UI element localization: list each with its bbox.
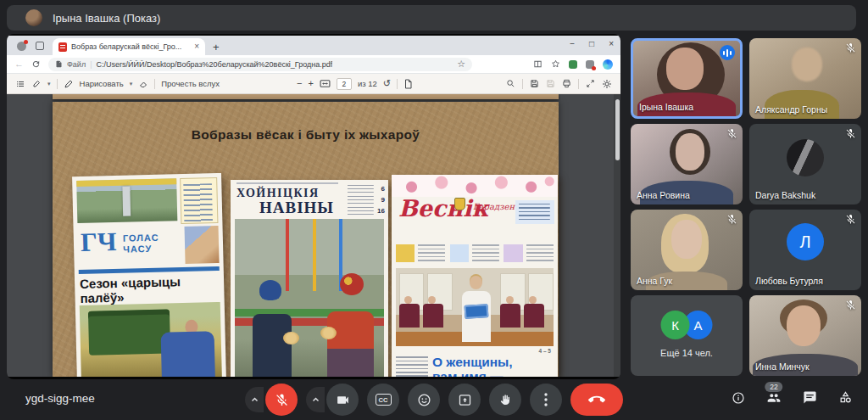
pdf-content-area[interactable]: Вобразы вёсак і быту іх жыхароў ГЧ ГОЛАС… xyxy=(7,94,620,377)
newspaper-golas-chasu: ГЧ ГОЛАС ЧАСУ Сезон «царыцы палёў» xyxy=(72,173,226,377)
scrollbar-thumb[interactable] xyxy=(615,99,620,160)
reactions-button[interactable] xyxy=(408,384,440,416)
divider xyxy=(154,79,155,89)
present-button[interactable] xyxy=(448,384,481,416)
previous-page-edge xyxy=(53,94,559,99)
mic-mute-button[interactable] xyxy=(265,384,298,416)
participant-tile[interactable]: Инна Минчук xyxy=(749,295,861,376)
end-call-button[interactable] xyxy=(570,384,623,416)
address-scheme-label: Файл xyxy=(67,60,86,69)
workspace-icon[interactable] xyxy=(32,38,47,53)
camera-options-chevron[interactable] xyxy=(306,387,325,412)
meet-control-bar: ygd-sigg-mee CC xyxy=(0,379,868,420)
favorites-bar-icon[interactable] xyxy=(551,59,560,69)
copilot-icon[interactable] xyxy=(603,59,613,70)
draw-label[interactable]: Нарисовать xyxy=(80,79,124,88)
search-icon[interactable] xyxy=(506,79,515,88)
address-bar[interactable]: Файл | C:/Users/ЙЙЙ/Desktop/Вобраз%20бел… xyxy=(48,58,472,71)
mic-off-icon xyxy=(845,128,856,139)
refresh-icon[interactable] xyxy=(31,59,41,69)
browser-tab[interactable]: Вобраз беларускай вёскі_Гро... × xyxy=(53,38,205,55)
page-view-icon[interactable] xyxy=(403,79,413,89)
fit-width-icon[interactable] xyxy=(320,79,331,88)
page-total-label: из 12 xyxy=(358,79,377,88)
info-icon xyxy=(732,391,745,405)
call-controls: CC xyxy=(245,384,623,416)
masthead-photo xyxy=(185,226,220,264)
save-icon[interactable] xyxy=(530,79,539,88)
participant-tile[interactable]: Аляксандр Горны xyxy=(749,38,861,119)
page-number-input[interactable]: 2 xyxy=(337,78,352,90)
participant-tile[interactable]: Анна Ровина xyxy=(631,124,743,204)
tab-close-icon[interactable]: × xyxy=(194,42,199,51)
draw-caret-icon[interactable]: ▾ xyxy=(130,81,133,87)
pdf-scrollbar[interactable] xyxy=(614,94,620,377)
teaser-art xyxy=(504,244,522,262)
tab-title: Вобраз беларускай вёскі_Гро... xyxy=(71,42,190,51)
person-face-shape xyxy=(676,133,704,171)
chat-panel-button[interactable] xyxy=(803,390,817,405)
browser-tab-bar: Вобраз беларускай вёскі_Гро... × + − □ × xyxy=(7,36,620,55)
divider xyxy=(578,79,579,89)
activities-panel-button[interactable] xyxy=(838,390,853,405)
zoom-in-icon[interactable]: + xyxy=(309,79,314,88)
captions-button[interactable]: CC xyxy=(367,384,399,416)
flower-band xyxy=(392,175,558,197)
new-tab-button[interactable]: + xyxy=(213,42,220,53)
participant-tile[interactable]: Ірына Івашка xyxy=(631,38,743,119)
fullscreen-icon[interactable] xyxy=(586,79,595,88)
headline-line: вам имя — xyxy=(432,369,554,377)
presenter-name: Ірына Івашка (Показ) xyxy=(53,12,160,25)
teaser-column: 6 9 16 xyxy=(348,185,385,218)
toc-icon[interactable] xyxy=(15,79,25,89)
masthead-line: НАВІНЫ xyxy=(259,199,334,217)
maximize-button[interactable]: □ xyxy=(589,39,594,48)
browser-profile-icon[interactable] xyxy=(14,38,29,53)
participant-tile[interactable]: Анна Гук xyxy=(631,210,743,290)
back-icon[interactable]: ← xyxy=(14,59,24,69)
people-panel-button[interactable]: 22 xyxy=(766,391,782,405)
rotate-icon[interactable]: ↺ xyxy=(383,79,391,88)
participants-count-badge: 22 xyxy=(765,382,782,392)
participant-name: Аляксандр Горны xyxy=(755,104,827,115)
address-url: C:/Users/ЙЙЙ/Desktop/Вобраз%20беларускай… xyxy=(96,60,332,69)
highlighter-icon[interactable] xyxy=(31,79,42,89)
student-figure xyxy=(500,304,520,328)
settings-gear-icon[interactable] xyxy=(602,79,612,89)
highlighter-caret-icon[interactable]: ▾ xyxy=(47,81,51,87)
address-separator: | xyxy=(90,60,92,69)
print-icon[interactable] xyxy=(562,79,571,88)
teaser-art xyxy=(396,244,415,262)
mic-options-chevron[interactable] xyxy=(245,387,264,412)
presenter-bar: Ірына Івашка (Показ) xyxy=(7,5,856,31)
meeting-details-button[interactable] xyxy=(732,391,745,405)
student-figure xyxy=(423,304,443,328)
camera-button[interactable] xyxy=(326,384,359,416)
child-figure-right xyxy=(326,273,375,377)
student-figure xyxy=(524,304,544,328)
eraser-icon[interactable] xyxy=(138,79,148,89)
split-screen-icon[interactable] xyxy=(533,59,542,69)
raise-hand-button[interactable] xyxy=(489,384,521,416)
save-as-icon[interactable] xyxy=(546,79,555,88)
extension-icon-green[interactable] xyxy=(569,60,577,69)
more-participants-tile[interactable]: К А Ещё 14 чел. xyxy=(631,295,743,376)
participant-tile[interactable]: Л Любовь Бутурля xyxy=(749,210,861,290)
teaser-page-number: 16 xyxy=(377,207,385,215)
minimize-button[interactable]: − xyxy=(570,39,575,48)
participant-name: Анна Ровина xyxy=(637,190,690,200)
coat-of-arms xyxy=(454,198,465,210)
mic-off-icon xyxy=(726,214,737,225)
participant-name: Любовь Бутурля xyxy=(755,276,823,286)
zoom-out-icon[interactable]: − xyxy=(297,79,302,88)
person-face-shape xyxy=(666,48,704,90)
pdf-file-icon xyxy=(58,42,67,52)
slide-title: Вобразы вёсак і быту іх жыхароў xyxy=(53,127,559,143)
extension-icon-red-badge[interactable] xyxy=(586,60,594,69)
read-aloud-label[interactable]: Прочесть вслух xyxy=(161,79,220,88)
close-button[interactable]: × xyxy=(609,39,614,48)
favorite-star-icon[interactable]: ☆ xyxy=(457,59,465,69)
more-options-button[interactable] xyxy=(530,384,562,416)
participant-tile[interactable]: Darya Bakshuk xyxy=(749,124,861,204)
draw-pen-icon[interactable] xyxy=(64,79,74,89)
